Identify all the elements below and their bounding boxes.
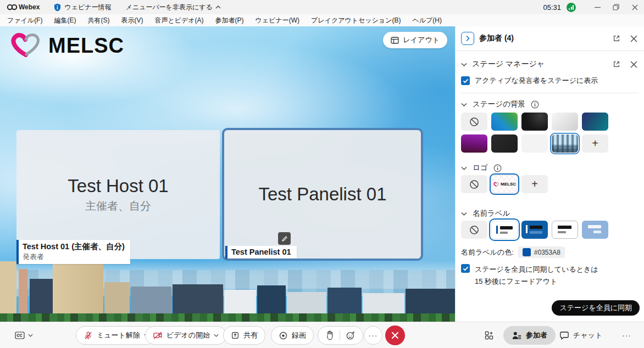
checkbox-checked-icon[interactable] <box>461 76 470 85</box>
chevron-down-icon[interactable] <box>461 166 467 170</box>
menu-share[interactable]: 共有(S) <box>87 16 109 25</box>
menu-edit[interactable]: 編集(E) <box>54 16 76 25</box>
name-label-color-picker[interactable]: #0353A8 <box>518 246 565 258</box>
minimize-button[interactable] <box>588 0 607 14</box>
tile-role-subtitle: 主催者、自分 <box>85 199 151 214</box>
name-label-style-outline[interactable] <box>552 221 578 239</box>
restore-button[interactable] <box>607 0 625 14</box>
background-cityscape-swatch-selected[interactable] <box>552 134 578 153</box>
layout-button[interactable]: レイアウト <box>383 32 447 48</box>
collapse-panel-button[interactable] <box>461 32 474 45</box>
apps-button[interactable] <box>484 326 494 345</box>
background-blue-green-swatch[interactable] <box>491 113 518 131</box>
add-background-button[interactable]: + <box>582 134 608 153</box>
participants-toolbar-label: 参加者 <box>526 330 547 340</box>
close-panel-icon[interactable] <box>630 61 637 68</box>
background-white-swatch[interactable] <box>521 134 548 153</box>
menu-audio-video[interactable]: 音声とビデオ(A) <box>154 16 203 25</box>
unmute-button[interactable]: ミュート解除 <box>76 326 157 345</box>
start-video-button[interactable]: ビデオの開始 <box>145 326 226 345</box>
add-reaction-icon[interactable] <box>346 330 356 340</box>
color-swatch-icon <box>523 248 531 256</box>
active-speaker-checkbox-row[interactable]: アクティブな発言者をステージに表示 <box>461 76 640 86</box>
background-none-swatch[interactable] <box>461 113 487 131</box>
name-label-style-solid-blue[interactable] <box>521 221 548 239</box>
stage-area: MELSC レイアウト Test Host 01 主催者、自分 Test Pan… <box>0 26 455 322</box>
participants-toolbar-button[interactable]: 参加者 <box>503 326 556 345</box>
name-label-panelist: Test Panelist 01 <box>225 246 297 259</box>
checkbox-checked-icon[interactable] <box>461 264 470 273</box>
background-black-swatch[interactable] <box>521 113 548 131</box>
logo-section-header: ロゴ <box>461 162 640 174</box>
webex-logo-icon <box>7 4 18 10</box>
mic-muted-icon <box>84 331 93 340</box>
logo-none-swatch[interactable] <box>461 175 487 193</box>
stage-logo-text: MELSC <box>48 34 124 58</box>
name-label-section-header: 名前ラベル <box>461 207 640 220</box>
tile-display-name: Test Panelist 01 <box>259 184 387 205</box>
name-label-style-accent-bar-selected[interactable] <box>491 221 518 239</box>
share-label: 共有 <box>243 330 258 340</box>
right-sidebar: 参加者 (4) ステージ マネージャ アクティブな発言者をステージに表示 ステー… <box>455 26 644 322</box>
sync-fadeout-checkbox-row[interactable]: ステージを全員に同期しているときは 15 秒後にフェードアウト <box>461 263 640 288</box>
record-button[interactable]: 録画 <box>271 326 314 345</box>
pencil-icon <box>281 235 288 242</box>
chevron-up-icon <box>215 5 221 9</box>
close-window-button[interactable] <box>625 0 644 14</box>
name-label-section-title: 名前ラベル <box>473 209 510 218</box>
chat-button[interactable]: チャット <box>559 326 602 345</box>
name-label-none-swatch[interactable] <box>461 221 487 239</box>
hide-menubar-label: メニューバーを非表示にする <box>126 3 213 12</box>
bottom-toolbar: ミュート解除 ビデオの開始 共有 録画 ··· 参加者 チャット ··· <box>0 322 644 348</box>
info-icon[interactable] <box>493 164 502 172</box>
panel-divider <box>456 50 644 51</box>
share-button[interactable]: 共有 <box>223 326 265 345</box>
hide-menubar-button[interactable]: メニューバーを非表示にする <box>126 3 221 12</box>
shield-info-icon <box>54 3 61 12</box>
menu-help[interactable]: ヘルプ(H) <box>412 16 442 25</box>
chevron-down-icon[interactable] <box>461 63 467 66</box>
raise-hand-icon[interactable] <box>325 330 334 340</box>
background-light-gray-swatch[interactable] <box>552 113 578 131</box>
popout-icon[interactable] <box>613 60 620 68</box>
video-tile-panelist[interactable]: Test Panelist 01 <box>222 128 423 261</box>
menu-breakout[interactable]: ブレイクアウトセッション(B) <box>311 16 401 25</box>
name-label-style-translucent[interactable] <box>582 221 608 239</box>
background-swatch-row-1 <box>461 113 608 131</box>
menu-file[interactable]: ファイル(F) <box>7 16 42 25</box>
chevron-down-icon[interactable] <box>461 103 467 106</box>
unmute-label: ミュート解除 <box>97 330 140 340</box>
background-charcoal-swatch[interactable] <box>491 134 518 153</box>
layout-button-label: レイアウト <box>403 35 440 45</box>
record-label: 録画 <box>292 330 306 340</box>
stage-brand-logo: MELSC <box>8 32 124 59</box>
stage-background-header: ステージの背景 <box>461 98 640 110</box>
menu-participants[interactable]: 参加者(P) <box>215 16 244 25</box>
leave-meeting-button[interactable] <box>385 325 405 345</box>
background-navy-teal-swatch[interactable] <box>582 113 608 131</box>
more-panels-button[interactable]: ··· <box>622 326 631 345</box>
menu-view[interactable]: 表示(V) <box>121 16 143 25</box>
close-icon <box>391 332 399 339</box>
edit-name-label-button[interactable] <box>278 232 291 245</box>
session-timer: 05:31 <box>543 3 561 12</box>
app-name: Webex <box>19 3 40 11</box>
popout-icon[interactable] <box>613 35 620 42</box>
name-label-line1: Test Panelist 01 <box>231 248 291 256</box>
more-options-button[interactable]: ··· <box>364 326 382 345</box>
sync-stage-button[interactable]: ステージを全員に同期 <box>552 300 640 316</box>
logo-melsc-swatch-selected[interactable]: MELSC <box>491 175 518 193</box>
network-quality-icon[interactable] <box>567 3 576 12</box>
stage-background-title: ステージの背景 <box>473 99 525 109</box>
captions-button[interactable] <box>14 326 33 345</box>
name-label-host: Test Host 01 (主催者、自分) 発表者 <box>16 240 130 264</box>
chevron-down-icon[interactable] <box>461 212 467 216</box>
participants-icon <box>512 331 522 340</box>
add-logo-button[interactable]: + <box>521 175 548 193</box>
melsc-heart-icon <box>493 182 499 187</box>
menu-webinar[interactable]: ウェビナー(W) <box>256 16 299 25</box>
webinar-info-button[interactable]: ウェビナー情報 <box>54 3 111 12</box>
background-purple-swatch[interactable] <box>461 134 487 153</box>
info-icon[interactable] <box>531 100 539 109</box>
close-panel-icon[interactable] <box>630 35 637 42</box>
